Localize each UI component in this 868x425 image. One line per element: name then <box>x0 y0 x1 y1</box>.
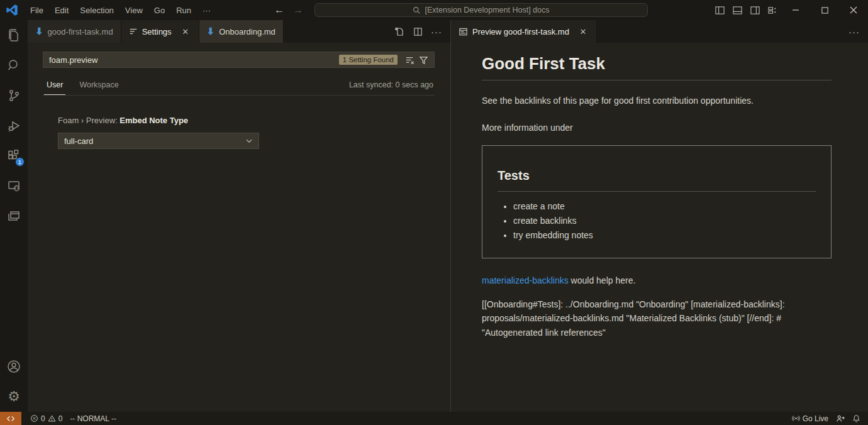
tab-label: good-first-task.md <box>48 27 113 36</box>
search-icon <box>413 6 421 14</box>
preview-title: Good First Task <box>482 54 832 80</box>
remote-icon <box>6 414 15 423</box>
windows-panel-icon[interactable] <box>0 201 28 231</box>
left-tab-bar: ⬇ good-first-task.md Settings ✕ ⬇ Onboar… <box>28 20 450 43</box>
error-count: 0 <box>41 414 45 423</box>
vim-mode-label: -- NORMAL -- <box>70 414 116 423</box>
tab-good-first-task[interactable]: ⬇ good-first-task.md <box>28 20 121 43</box>
problems-indicator[interactable]: 0 0 <box>26 412 66 425</box>
editor-group-left: ⬇ good-first-task.md Settings ✕ ⬇ Onboar… <box>28 20 451 412</box>
filter-settings-icon[interactable] <box>416 53 430 67</box>
link-references-text: [[Onboarding#Tests]: ../Onboarding.md "O… <box>482 297 834 339</box>
activity-bar: 1 ⚙ <box>0 20 28 412</box>
warning-icon <box>48 414 56 422</box>
settings-search-input[interactable]: foam.preview 1 Setting Found <box>43 52 435 68</box>
setting-name: Embed Note Type <box>120 116 188 125</box>
settings-result-count-badge: 1 Setting Found <box>339 55 398 65</box>
markdown-preview: Good First Task See the backlinks of thi… <box>451 43 868 412</box>
notifications-button[interactable] <box>849 412 864 425</box>
right-tabbar-actions: ··· <box>847 20 868 43</box>
tab-settings[interactable]: Settings ✕ <box>121 20 199 43</box>
toggle-panel-icon[interactable] <box>728 0 746 20</box>
settings-search-value: foam.preview <box>49 55 339 65</box>
close-window-button[interactable] <box>839 0 868 20</box>
preview-intro: See the backlinks of this page for good … <box>482 94 832 108</box>
search-sidebar-icon[interactable] <box>0 50 28 80</box>
workbench: 1 ⚙ ⬇ good-first-task.md Settings ✕ <box>0 20 868 412</box>
tab-label: Preview good-first-task.md <box>472 27 569 36</box>
list-item: create backlinks <box>513 216 816 226</box>
chevron-down-icon <box>245 136 253 145</box>
backlink-suffix: would help here. <box>569 275 636 285</box>
status-bar: 0 0 -- NORMAL -- Go Live <box>0 412 868 425</box>
split-editor-icon[interactable] <box>410 24 425 39</box>
menu-edit[interactable]: Edit <box>49 3 74 18</box>
menu-view[interactable]: View <box>120 3 148 18</box>
close-tab-icon[interactable]: ✕ <box>180 26 191 37</box>
maximize-button[interactable] <box>810 0 839 20</box>
more-actions-icon[interactable]: ··· <box>429 24 444 39</box>
list-item: create a note <box>513 201 816 211</box>
more-actions-icon[interactable]: ··· <box>847 24 862 39</box>
settings-gear-icon[interactable]: ⚙ <box>0 382 28 412</box>
remote-indicator[interactable] <box>0 412 21 425</box>
close-tab-icon[interactable]: ✕ <box>577 26 589 37</box>
editor-group-right: Preview good-first-task.md ✕ ··· Good Fi… <box>451 20 868 412</box>
setting-category: Foam › Preview: <box>58 116 120 125</box>
command-center[interactable]: [Extension Development Host] docs <box>314 3 648 17</box>
warning-count: 0 <box>58 414 63 423</box>
scope-tab-workspace[interactable]: Workspace <box>77 77 121 95</box>
menu-run[interactable]: Run <box>170 3 197 18</box>
preview-more-info: More information under <box>482 121 832 135</box>
embed-task-list: create a note create backlinks try embed… <box>499 201 816 240</box>
list-item: try embedding notes <box>513 230 816 240</box>
tab-label: Settings <box>142 27 172 36</box>
toggle-secondary-sidebar-icon[interactable] <box>746 0 764 20</box>
settings-scope-tabs: User Workspace Last synced: 0 secs ago <box>43 77 435 96</box>
scope-tab-user[interactable]: User <box>44 77 65 95</box>
bell-icon <box>852 414 860 422</box>
nav-forward-icon[interactable]: → <box>293 4 303 16</box>
backlink-line: materialized-backlinks would help here. <box>482 275 832 285</box>
embedded-note-card: Tests create a note create backlinks try… <box>482 145 832 258</box>
vim-mode-indicator[interactable]: -- NORMAL -- <box>66 412 120 425</box>
menu-more[interactable]: ··· <box>197 3 216 18</box>
error-icon <box>30 414 38 422</box>
go-live-label: Go Live <box>803 414 828 423</box>
setting-title: Foam › Preview: Embed Note Type <box>58 116 435 125</box>
clear-settings-search-icon[interactable] <box>403 53 416 67</box>
open-settings-json-icon[interactable] <box>391 24 406 39</box>
menu-file[interactable]: File <box>25 3 49 18</box>
last-synced-label: Last synced: 0 secs ago <box>349 80 433 92</box>
embed-note-type-dropdown[interactable]: full-card <box>58 133 259 149</box>
customize-layout-icon[interactable] <box>764 0 781 20</box>
source-control-icon[interactable] <box>0 80 28 111</box>
tab-preview-good-first-task[interactable]: Preview good-first-task.md ✕ <box>451 20 597 43</box>
tab-label: Onboarding.md <box>219 27 275 36</box>
dropdown-value: full-card <box>64 136 93 146</box>
toggle-primary-sidebar-icon[interactable] <box>711 0 728 20</box>
live-share-icon <box>836 414 845 423</box>
go-live-button[interactable]: Go Live <box>788 412 832 425</box>
menu-selection[interactable]: Selection <box>74 3 119 18</box>
minimize-button[interactable] <box>781 0 810 20</box>
live-share-button[interactable] <box>832 412 849 425</box>
menu-go[interactable]: Go <box>148 3 170 18</box>
run-debug-icon[interactable] <box>0 111 28 141</box>
extensions-icon[interactable]: 1 <box>0 141 28 171</box>
settings-tune-icon <box>129 27 138 36</box>
markdown-file-icon: ⬇ <box>35 26 43 37</box>
materialized-backlinks-link[interactable]: materialized-backlinks <box>482 275 569 285</box>
markdown-file-icon: ⬇ <box>207 26 215 37</box>
accounts-icon[interactable] <box>0 351 28 382</box>
nav-back-icon[interactable]: ← <box>274 4 284 16</box>
status-bar-right: Go Live <box>788 412 868 425</box>
explorer-icon[interactable] <box>0 20 28 50</box>
vscode-logo-icon <box>6 4 18 16</box>
left-tabbar-actions: ··· <box>391 20 450 43</box>
tab-onboarding[interactable]: ⬇ Onboarding.md <box>199 20 284 43</box>
extensions-badge: 1 <box>15 157 25 167</box>
remote-explorer-icon[interactable] <box>0 171 28 201</box>
right-tab-bar: Preview good-first-task.md ✕ ··· <box>451 20 868 43</box>
command-center-label: [Extension Development Host] docs <box>425 6 549 14</box>
